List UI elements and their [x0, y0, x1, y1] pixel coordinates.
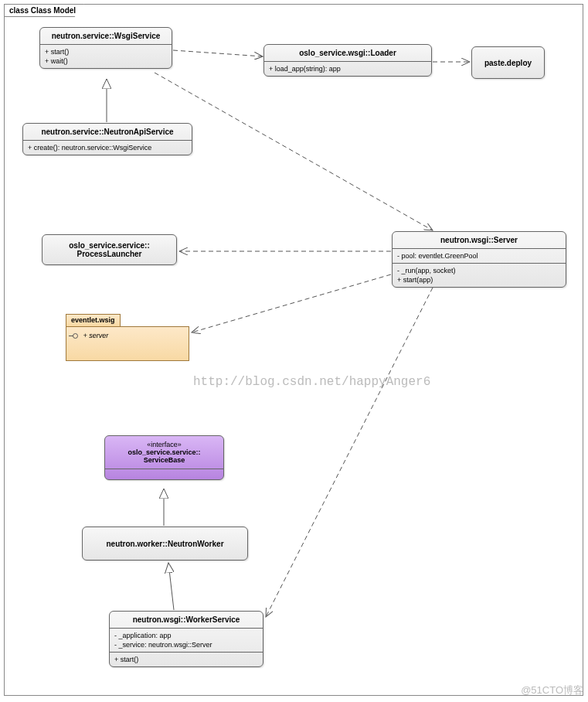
loader-title: oslo_service.wsgi::Loader	[264, 45, 431, 61]
frame-title: class Class Model	[4, 4, 84, 17]
wsgiservice-title: neutron.service::WsgiService	[40, 28, 172, 44]
server-ops: - _run(app, socket) + start(app)	[393, 263, 566, 287]
package-eventlet: eventlet.wsig + server	[66, 326, 189, 361]
processlauncher-title: oslo_service.service:: ProcessLauncher	[42, 235, 176, 264]
sb-title1: oslo_service.service::	[108, 448, 220, 456]
sb-title2: ServiceBase	[108, 456, 220, 464]
server-title: neutron.wsgi::Server	[393, 232, 566, 248]
servicebase-head: «interface» oslo_service.service:: Servi…	[105, 436, 223, 469]
neutronapiservice-ops: + create(): neutron.service::WsgiService	[23, 140, 192, 155]
interface-servicebase: «interface» oslo_service.service:: Servi…	[104, 435, 224, 480]
pkg-item: + server	[83, 332, 109, 339]
attr: - pool: eventlet.GreenPool	[397, 251, 561, 261]
wsgiservice-ops: + start() + wait()	[40, 44, 172, 68]
servicebase-empty	[105, 469, 223, 479]
loader-ops: + load_app(string): app	[264, 61, 431, 76]
class-neutronapiservice: neutron.service::NeutronApiService + cre…	[22, 123, 192, 155]
class-workerservice: neutron.wsgi::WorkerService - _applicati…	[109, 611, 263, 667]
neutronapiservice-title: neutron.service::NeutronApiService	[23, 124, 192, 140]
class-neutronworker: neutron.worker::NeutronWorker	[82, 526, 248, 561]
neutronworker-title: neutron.worker::NeutronWorker	[83, 527, 247, 560]
op: + create(): neutron.service::WsgiService	[28, 143, 187, 152]
lollipop-icon	[73, 333, 78, 339]
servicebase-stereo: «interface»	[108, 441, 220, 448]
workerservice-title: neutron.wsgi::WorkerService	[110, 612, 263, 628]
watermark-url: http://blog.csdn.net/happyAnger6	[193, 375, 430, 389]
watermark-brand: @51CTO博客	[521, 683, 583, 697]
op: + start()	[45, 47, 167, 56]
class-wsgiservice: neutron.service::WsgiService + start() +…	[39, 27, 172, 69]
class-processlauncher: oslo_service.service:: ProcessLauncher	[42, 234, 177, 265]
server-attrs: - pool: eventlet.GreenPool	[393, 248, 566, 263]
op: + wait()	[45, 56, 167, 66]
workerservice-attrs: - _application: app - _service: neutron.…	[110, 628, 263, 652]
attr: - _service: neutron.wsgi::Server	[114, 640, 258, 649]
pl-title2: ProcessLauncher	[46, 250, 173, 258]
op: - _run(app, socket)	[397, 266, 561, 275]
workerservice-ops: + start()	[110, 652, 263, 666]
op: + start()	[114, 655, 258, 664]
attr: - _application: app	[114, 631, 258, 640]
package-body: + server	[66, 327, 189, 344]
class-loader: oslo_service.wsgi::Loader + load_app(str…	[263, 44, 432, 77]
pastedeploy-title: paste.deploy	[472, 47, 544, 78]
op: + start(app)	[397, 275, 561, 285]
class-server: neutron.wsgi::Server - pool: eventlet.Gr…	[392, 231, 566, 288]
class-pastedeploy: paste.deploy	[471, 46, 545, 79]
package-tab: eventlet.wsig	[66, 314, 121, 327]
op: + load_app(string): app	[269, 64, 427, 73]
pl-title1: oslo_service.service::	[46, 241, 173, 250]
